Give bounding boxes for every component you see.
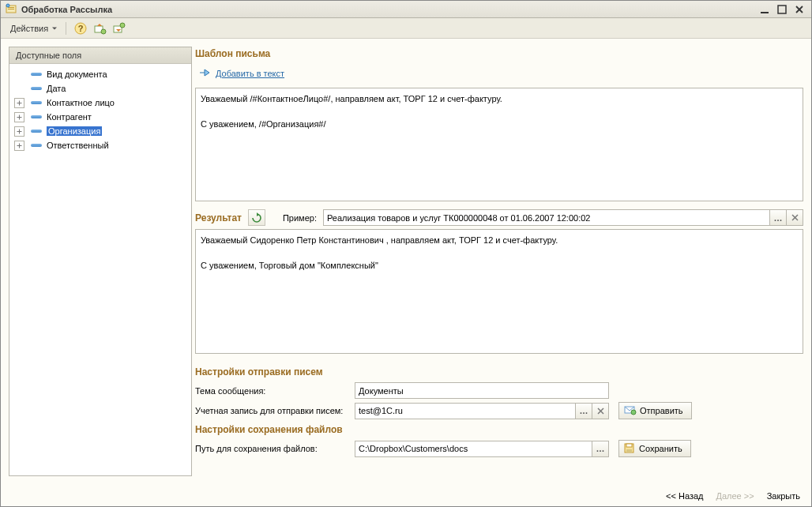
import-icon[interactable] — [111, 21, 126, 36]
account-input-group: … — [355, 403, 609, 419]
app-window: Обработка Рассылка Действия ? Доступные … — [0, 0, 812, 507]
template-toolbar: Добавить в текст — [195, 66, 803, 84]
tree-expander-placeholder — [14, 69, 24, 80]
subject-label: Тема сообщения: — [195, 386, 350, 396]
content-area: Шаблон письма Добавить в текст Результат… — [195, 47, 803, 476]
next-button: Далее >> — [716, 491, 754, 501]
help-icon[interactable]: ? — [73, 21, 88, 36]
tree-expander-placeholder — [14, 84, 24, 94]
maximize-button[interactable] — [775, 4, 789, 15]
tree-expander-icon[interactable] — [14, 98, 24, 108]
send-button[interactable]: Отправить — [618, 402, 692, 419]
path-input-group: … — [355, 441, 609, 457]
main-area: Доступные поля Вид документа Дата Контак… — [1, 39, 811, 484]
titlebar: Обработка Рассылка — [1, 1, 811, 18]
add-to-text-link[interactable]: Добавить в текст — [216, 69, 284, 78]
account-label: Учетная запись для отправки писем: — [195, 406, 350, 415]
close-link[interactable]: Закрыть — [767, 491, 800, 501]
tree-item-doc-type[interactable]: Вид документа — [9, 67, 191, 81]
example-select-button[interactable]: … — [770, 209, 787, 226]
send-icon — [624, 405, 635, 416]
field-icon — [31, 87, 42, 90]
path-select-button[interactable]: … — [592, 441, 609, 457]
add-arrow-icon[interactable] — [198, 67, 211, 80]
subject-row: Тема сообщения: — [195, 381, 803, 400]
toolbar: Действия ? — [1, 18, 811, 39]
svg-rect-2 — [8, 9, 14, 9]
field-icon — [31, 101, 42, 104]
example-clear-button[interactable] — [787, 209, 803, 226]
send-button-label: Отправить — [640, 406, 683, 415]
fields-tree: Вид документа Дата Контактное лицо Контр… — [9, 64, 191, 475]
tree-expander-icon[interactable] — [14, 126, 24, 137]
actions-dropdown[interactable]: Действия — [6, 22, 59, 35]
svg-rect-5 — [778, 6, 786, 13]
field-icon — [31, 144, 42, 147]
field-icon — [31, 115, 42, 118]
sidebar-header: Доступные поля — [9, 47, 191, 64]
fields-sidebar: Доступные поля Вид документа Дата Контак… — [9, 47, 192, 476]
mail-settings-title: Настройки отправки писем — [195, 363, 803, 381]
save-button[interactable]: Сохранить — [618, 440, 691, 457]
minimize-button[interactable] — [757, 4, 772, 15]
example-label: Пример: — [283, 213, 317, 223]
svg-rect-30 — [626, 449, 632, 453]
result-textarea[interactable] — [195, 229, 803, 354]
tree-item-label: Вид документа — [47, 69, 107, 79]
account-select-button[interactable]: … — [576, 403, 592, 419]
example-input-group: … — [323, 209, 803, 226]
svg-text:?: ? — [78, 24, 84, 33]
file-settings-title: Настройки сохранения файлов — [195, 421, 803, 438]
footer: << Назад Далее >> Закрыть — [1, 484, 811, 506]
settings-area: Настройки отправки писем Тема сообщения:… — [195, 357, 803, 459]
subject-input[interactable] — [355, 382, 609, 399]
config-icon[interactable] — [92, 21, 107, 36]
tree-item-label: Ответственный — [47, 141, 109, 150]
close-button[interactable] — [792, 4, 806, 15]
svg-point-11 — [101, 29, 106, 34]
tree-item-counterparty[interactable]: Контрагент — [9, 110, 191, 124]
tree-item-label: Контактное лицо — [47, 98, 115, 107]
svg-point-27 — [631, 410, 636, 415]
svg-rect-4 — [761, 12, 769, 13]
template-title: Шаблон письма — [195, 47, 803, 62]
save-button-label: Сохранить — [639, 444, 682, 453]
account-row: Учетная запись для отправки писем: … Отп… — [195, 400, 803, 421]
tree-item-responsible[interactable]: Ответственный — [9, 138, 191, 152]
example-input[interactable] — [323, 209, 770, 226]
app-icon — [6, 3, 17, 16]
field-icon — [31, 130, 42, 133]
result-bar: Результат Пример: … — [195, 205, 803, 226]
svg-point-3 — [6, 4, 9, 7]
tree-item-label: Дата — [47, 84, 66, 93]
path-label: Путь для сохранения файлов: — [195, 444, 350, 453]
field-icon — [31, 73, 42, 76]
svg-rect-29 — [626, 444, 632, 447]
tree-expander-icon[interactable] — [14, 112, 24, 122]
account-clear-button[interactable] — [592, 403, 609, 419]
template-textarea[interactable] — [195, 88, 803, 201]
tree-item-date[interactable]: Дата — [9, 81, 191, 96]
result-title: Результат — [195, 212, 242, 223]
save-icon — [624, 443, 634, 455]
account-input[interactable] — [355, 403, 576, 419]
tree-expander-icon[interactable] — [14, 141, 24, 151]
window-title: Обработка Рассылка — [21, 5, 112, 14]
back-button[interactable]: << Назад — [666, 491, 703, 501]
path-input[interactable] — [355, 441, 592, 457]
svg-point-13 — [120, 23, 125, 28]
tree-item-contact[interactable]: Контактное лицо — [9, 96, 191, 110]
tree-item-label: Организация — [47, 126, 102, 136]
tree-item-organization[interactable]: Организация — [9, 124, 191, 138]
tree-item-label: Контрагент — [47, 112, 92, 122]
path-row: Путь для сохранения файлов: … Сохранить — [195, 438, 803, 459]
refresh-button[interactable] — [248, 209, 265, 226]
toolbar-separator — [66, 22, 66, 35]
